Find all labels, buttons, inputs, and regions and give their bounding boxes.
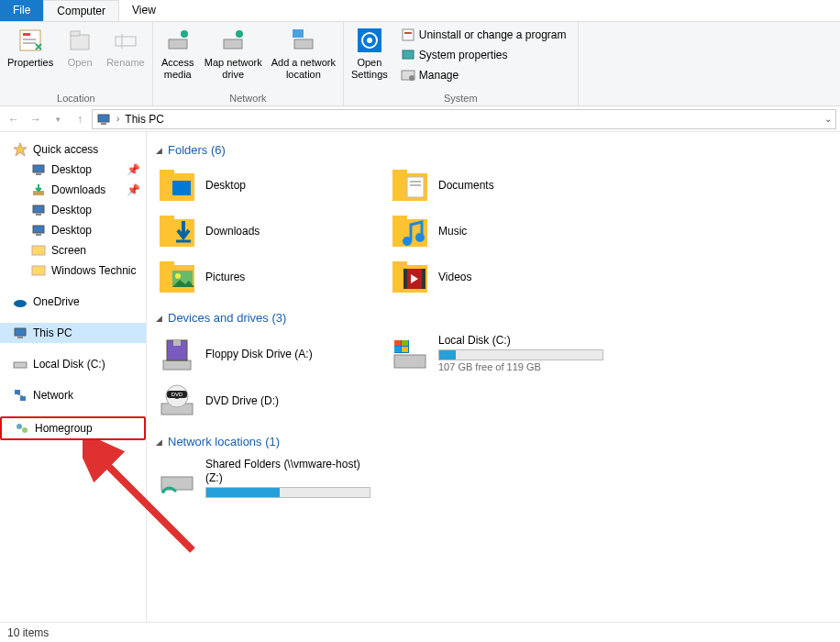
svg-rect-76 xyxy=(402,347,408,352)
nav-up-button[interactable]: ↑ xyxy=(70,109,90,129)
svg-rect-22 xyxy=(98,115,109,122)
svg-rect-68 xyxy=(163,360,191,370)
drive-floppy[interactable]: Floppy Disk Drive (A:) xyxy=(156,332,367,376)
sidebar-qa-item[interactable]: Downloads📌 xyxy=(0,180,146,200)
drive-usage-bar xyxy=(205,487,370,498)
svg-rect-70 xyxy=(173,340,181,346)
drive-dvd[interactable]: DVD DVD Drive (D:) xyxy=(156,380,367,422)
folder-item[interactable]: Pictures xyxy=(156,256,367,298)
svg-rect-32 xyxy=(32,246,45,255)
folder-item[interactable]: Documents xyxy=(389,164,600,206)
pin-icon: 📌 xyxy=(127,183,140,196)
folder-item[interactable]: Music xyxy=(389,210,600,252)
svg-rect-3 xyxy=(23,42,36,44)
sidebar-qa-item[interactable]: Desktop xyxy=(0,220,146,240)
onedrive-icon xyxy=(13,294,28,309)
nav-back-button[interactable]: ← xyxy=(4,109,24,129)
sidebar-label: Network xyxy=(33,389,73,402)
rename-button[interactable]: Rename xyxy=(103,24,149,71)
map-drive-button[interactable]: Map network drive xyxy=(201,24,266,83)
add-location-button[interactable]: Add a network location xyxy=(268,24,339,83)
open-settings-button[interactable]: Open Settings xyxy=(348,24,392,83)
svg-rect-44 xyxy=(160,170,174,177)
item-label: Desktop xyxy=(205,179,246,193)
svg-rect-2 xyxy=(23,39,36,40)
folder-icon xyxy=(391,258,429,296)
folder-icon xyxy=(31,203,46,217)
item-label: Downloads xyxy=(205,225,260,238)
drive-local[interactable]: Local Disk (C:) 107 GB free of 119 GB xyxy=(389,332,600,376)
tab-computer[interactable]: Computer xyxy=(43,0,119,21)
sidebar-local-disk[interactable]: Local Disk (C:) xyxy=(0,354,146,374)
svg-rect-4 xyxy=(71,35,89,50)
section-folders-header[interactable]: ◢ Folders (6) xyxy=(156,143,831,157)
sidebar-quick-access[interactable]: Quick access xyxy=(0,139,146,160)
svg-rect-18 xyxy=(404,32,412,34)
main-area: Quick access Desktop📌Downloads📌DesktopDe… xyxy=(0,132,840,622)
dvd-icon: DVD xyxy=(158,382,196,420)
ribbon-group-system-label: System xyxy=(348,93,574,105)
folder-item[interactable]: Downloads xyxy=(156,210,367,252)
access-media-button[interactable]: Access media xyxy=(157,24,199,83)
network-icon xyxy=(13,388,28,403)
svg-rect-63 xyxy=(392,261,407,269)
svg-point-16 xyxy=(367,38,372,43)
item-label: Pictures xyxy=(205,271,245,284)
tab-file[interactable]: File xyxy=(0,0,43,21)
ribbon-group-network: Access media Map network drive Add a net… xyxy=(153,22,344,105)
sidebar-this-pc[interactable]: This PC xyxy=(0,323,146,343)
svg-point-21 xyxy=(409,75,414,81)
svg-rect-10 xyxy=(224,39,242,49)
sidebar-network[interactable]: Network xyxy=(0,385,146,405)
folder-icon xyxy=(31,183,46,197)
svg-text:DVD: DVD xyxy=(171,392,183,397)
folder-icon xyxy=(158,212,196,250)
map-drive-label: Map network drive xyxy=(204,57,262,81)
uninstall-button[interactable]: Uninstall or change a program xyxy=(397,26,570,44)
nav-forward-button[interactable]: → xyxy=(26,109,46,129)
nav-recent-button[interactable]: ▾ xyxy=(48,109,68,129)
sidebar-homegroup[interactable]: Homegroup xyxy=(0,416,146,440)
section-drives-header[interactable]: ◢ Devices and drives (3) xyxy=(156,311,831,325)
svg-rect-29 xyxy=(36,214,41,216)
sidebar-label: Local Disk (C:) xyxy=(33,358,105,371)
svg-rect-25 xyxy=(33,165,44,172)
properties-button[interactable]: Properties xyxy=(4,24,57,71)
folder-icon xyxy=(391,212,429,250)
svg-rect-71 xyxy=(394,355,426,368)
sidebar-qa-item[interactable]: Screen xyxy=(0,240,146,260)
svg-rect-65 xyxy=(403,269,407,289)
sidebar-qa-item[interactable]: Desktop📌 xyxy=(0,160,146,180)
folder-icon xyxy=(391,166,429,205)
sidebar-qa-item[interactable]: Windows Technic xyxy=(0,260,146,281)
svg-rect-37 xyxy=(14,362,27,368)
sidebar-label: Downloads xyxy=(51,183,105,196)
network-location-item[interactable]: Shared Folders (\\vmware-host) (Z:) xyxy=(156,456,367,500)
svg-line-40 xyxy=(17,394,23,396)
folder-icon xyxy=(31,243,46,258)
address-dropdown-icon[interactable]: ⌄ xyxy=(824,114,832,124)
system-properties-button[interactable]: System properties xyxy=(397,46,570,64)
svg-point-41 xyxy=(17,424,22,429)
network-drive-icon xyxy=(158,459,196,497)
collapse-icon: ◢ xyxy=(156,437,162,447)
address-input[interactable]: › This PC ⌄ xyxy=(92,109,836,129)
open-label: Open xyxy=(68,57,93,69)
sidebar-qa-item[interactable]: Desktop xyxy=(0,200,146,220)
sidebar-onedrive[interactable]: OneDrive xyxy=(0,292,146,312)
item-label: Shared Folders (\\vmware-host) (Z:) xyxy=(205,458,370,485)
sidebar-label: Quick access xyxy=(33,143,98,156)
ribbon-tabs: File Computer View xyxy=(0,0,840,22)
folder-icon xyxy=(31,223,46,238)
svg-rect-31 xyxy=(36,234,41,236)
tab-view[interactable]: View xyxy=(119,0,169,21)
svg-rect-47 xyxy=(392,170,407,177)
folder-item[interactable]: Desktop xyxy=(156,164,367,206)
section-network-header[interactable]: ◢ Network locations (1) xyxy=(156,435,831,448)
uninstall-label: Uninstall or change a program xyxy=(419,28,567,41)
navigation-pane: Quick access Desktop📌Downloads📌DesktopDe… xyxy=(0,132,147,622)
manage-icon xyxy=(401,68,415,83)
open-button[interactable]: Open xyxy=(59,24,101,71)
manage-button[interactable]: Manage xyxy=(397,66,570,84)
folder-item[interactable]: Videos xyxy=(389,256,600,298)
